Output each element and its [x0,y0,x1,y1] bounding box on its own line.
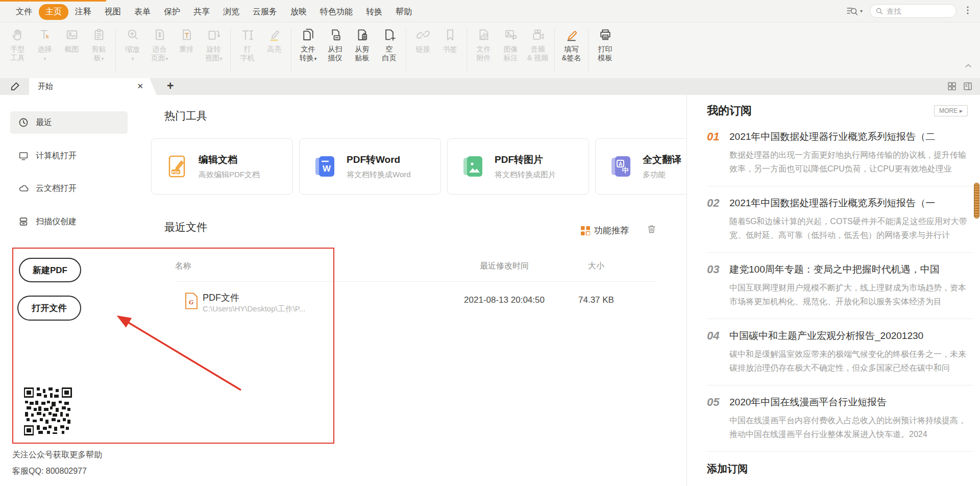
menu-item-share[interactable]: 共享 [187,4,216,20]
card-desc: 高效编辑PDF文档 [199,170,260,180]
subscription-item[interactable]: 03 建党100周年专题：变局之中把握时代机遇，中国 中国互联网理财用户规模不断… [707,263,973,308]
menu-item-protect[interactable]: 保护 [157,4,187,20]
edit-pencil-icon[interactable] [9,81,21,94]
recent-file-row[interactable]: G PDF文件 C:\Users\HY\Desktop\工作\P... 2021… [175,288,687,320]
close-tab-icon[interactable]: ✕ [137,82,143,91]
new-pdf-button[interactable]: 新建PDF [19,258,81,282]
file-name: PDF文件 [203,291,239,304]
card-edit-document[interactable]: PDF 编辑文档 高效编辑PDF文档 [151,138,293,195]
menu-item-form[interactable]: 表单 [128,4,157,20]
menu-bar: 文件 主页 注释 视图 表单 保护 共享 浏览 云服务 放映 特色功能 转换 帮… [0,0,980,22]
subscription-desc: 数据处理器的出现一方面更好地执行网络传输的协议栈，提升传输效率，另一方面也可以降… [729,148,969,176]
feature-recommend-button[interactable]: 功能推荐 [581,225,629,236]
sidebar-item-open-cloud[interactable]: 云文档打开 [10,177,128,200]
ribbon-from-scanner[interactable]: 从扫 描仪 [322,27,349,62]
menu-item-cloud-service[interactable]: 云服务 [246,4,284,20]
menu-item-featured[interactable]: 特色功能 [313,4,359,20]
hot-tools-title: 热门工具 [164,109,207,123]
ribbon-print-template[interactable]: 打印 模板 [592,27,619,62]
ribbon-image-annotation[interactable]: 图像 标注 [497,27,524,62]
reading-layout-icon[interactable] [963,81,973,91]
more-button[interactable]: MORE ▸ [934,105,968,116]
ribbon-fill-sign[interactable]: 填写 &签名 [558,27,585,62]
chevron-down-icon: ▾ [132,56,134,61]
search-input[interactable] [887,7,950,15]
collapse-ribbon-button[interactable] [965,61,972,70]
ribbon-fit-page[interactable]: 适合 页面▾ [146,27,173,62]
ribbon-hand-tool[interactable]: 手型 工具 [4,27,31,62]
chevron-right-icon: ▸ [960,107,963,114]
ribbon-bookmark[interactable]: 书签 [436,27,463,62]
column-header-size: 大小 [555,261,637,272]
pdf-to-word-icon: W [313,154,338,179]
ribbon-link[interactable]: 链接 [409,27,436,62]
ribbon-typewriter[interactable]: 打 字机 [234,27,261,62]
ribbon-label: 适合 [153,45,167,53]
sidebar-item-create-scanner[interactable]: 扫描仪创建 [10,210,128,233]
grid-view-icon[interactable] [947,81,957,91]
clear-recent-button[interactable] [646,224,657,236]
add-subscription-button[interactable]: 添加订阅 [707,462,973,476]
ribbon-label: 视图 [205,54,219,62]
ribbon-label: 重排 [180,45,194,53]
ribbon-label: 打 [244,45,251,53]
menu-item-convert[interactable]: 转换 [359,4,389,20]
card-title: PDF转Word [347,153,411,166]
subscription-item[interactable]: 02 2021年中国数据处理器行业概览系列短报告（一 随着5G和边缘计算的兴起，… [707,197,973,242]
menu-item-view[interactable]: 视图 [98,4,128,20]
ribbon-label: & 视频 [527,54,548,62]
print-template-icon [598,27,613,42]
ribbon-file-convert[interactable]: 文件 转换▾ [295,27,322,62]
pdf-file-icon: G [185,293,198,309]
menu-item-browse[interactable]: 浏览 [216,4,246,20]
list-divider [707,252,973,253]
sidebar-item-open-computer[interactable]: 计算机打开 [10,144,128,167]
more-options-button[interactable] [964,6,972,17]
menu-item-slideshow[interactable]: 放映 [284,4,313,20]
support-qq: 客服QQ: 800802977 [12,466,87,477]
subscription-desc: 碳中和是缓解温室效应带来的极端气候变化的终极任务之一，未来碳排放治理仍存在极大不… [729,347,969,375]
menu-item-file[interactable]: 文件 [9,4,39,20]
kebab-menu-icon [964,6,972,15]
ribbon-snapshot[interactable]: 截图 [58,27,85,62]
subscription-item[interactable]: 04 中国碳中和主题产业宏观分析报告_20201230 碳中和是缓解温室效应带来… [707,329,973,375]
ribbon-select[interactable]: 选择 ▾ [31,27,58,62]
ribbon-label: 填写 [565,45,579,53]
ribbon-blank-page[interactable]: 空 白页 [376,27,403,62]
ribbon-file-attachment[interactable]: 文件 附件 [470,27,497,62]
card-pdf-to-image[interactable]: PDF转图片 将文档转换成图片 [447,138,589,195]
blank-page-icon [382,27,397,42]
ribbon-from-clipboard[interactable]: 从剪 贴板 [349,27,376,62]
open-file-button[interactable]: 打开文件 [17,296,81,321]
find-lines-icon [846,6,859,16]
menu-item-help[interactable]: 帮助 [389,4,419,20]
ribbon-highlight[interactable]: 高亮 [261,27,288,62]
main-menu: 文件 主页 注释 视图 表单 保护 共享 浏览 云服务 放映 特色功能 转换 帮… [9,4,419,20]
subscription-item[interactable]: 05 2020年中国在线漫画平台行业短报告 中国在线漫画平台内容付费收入占总收入… [707,396,973,441]
card-pdf-to-word[interactable]: W PDF转Word 将文档转换成Word [299,138,441,195]
card-full-text-translate[interactable]: A中 全文翻译 多功能 [595,138,687,195]
ribbon-audio-video[interactable]: 音频 & 视频 [524,27,551,62]
new-tab-button[interactable]: + [167,79,174,93]
subscription-title: 2021年中国数据处理器行业概览系列短报告（一 [729,197,969,210]
subscription-title: 2021年中国数据处理器行业概览系列短报告（二 [729,130,969,143]
sidebar-item-recent[interactable]: 最近 [10,111,128,134]
list-divider [707,451,973,452]
scrollbar-thumb[interactable] [974,183,979,218]
table-divider [175,281,657,282]
zoom-icon [125,27,140,42]
ribbon-zoom[interactable]: 缩放 ▾ [119,27,146,62]
ribbon-clipboard[interactable]: 剪贴 板▾ [85,27,112,62]
menu-item-home[interactable]: 主页 [39,4,68,20]
menu-item-comment[interactable]: 注释 [68,4,98,20]
translate-icon: A中 [609,154,634,179]
ribbon-divider [291,29,291,71]
ribbon-reflow[interactable]: 重排 [173,27,200,62]
advanced-find-button[interactable]: ▾ [846,6,863,16]
subscription-item[interactable]: 01 2021年中国数据处理器行业概览系列短报告（二 数据处理器的出现一方面更好… [707,130,973,176]
ribbon-rotate-view[interactable]: 旋转 视图▾ [200,27,227,62]
card-title: 全文翻译 [643,153,681,166]
svg-text:中: 中 [622,166,629,174]
tab-start[interactable]: 开始 ✕ [29,78,157,95]
subscription-desc: 随着5G和边缘计算的兴起，COTS硬件并不能满足这些应用对大带宽、低时延、高可靠… [729,214,969,242]
